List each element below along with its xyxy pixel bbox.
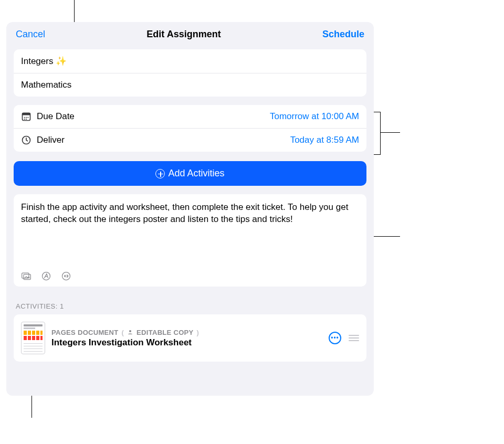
assignment-subject-text: Mathematics xyxy=(21,80,71,90)
assignment-title-field[interactable]: Integers ✨ xyxy=(14,49,366,73)
title-card: Integers ✨ Mathematics xyxy=(14,49,366,97)
activity-type-label: PAGES DOCUMENT xyxy=(51,329,118,336)
svg-point-10 xyxy=(43,272,50,280)
svg-point-12 xyxy=(129,330,131,332)
activity-meta-separator-close: ) xyxy=(197,329,200,336)
panel-title: Edit Assignment xyxy=(146,29,220,40)
deliver-row[interactable]: Deliver Today at 8:59 AM xyxy=(14,128,366,152)
due-date-value[interactable]: Tomorrow at 10:00 AM xyxy=(270,111,359,122)
activity-info: PAGES DOCUMENT ( EDITABLE COPY ) Integer… xyxy=(51,329,329,348)
activity-more-button[interactable]: ••• xyxy=(329,332,341,344)
svg-point-11 xyxy=(62,272,70,280)
activity-title: Integers Investigation Worksheet xyxy=(51,337,329,348)
edit-assignment-panel: Cancel Edit Assignment Schedule Integers… xyxy=(6,22,374,396)
svg-point-4 xyxy=(27,117,28,118)
due-date-label: Due Date xyxy=(37,111,75,122)
svg-point-6 xyxy=(26,119,27,120)
svg-point-3 xyxy=(26,117,27,118)
instructions-card[interactable]: Finish the app activity and worksheet, t… xyxy=(14,194,366,287)
assignment-subject-field[interactable]: Mathematics xyxy=(14,73,366,97)
add-activities-button[interactable]: Add Activities xyxy=(14,161,366,186)
plus-circle-icon xyxy=(155,169,165,178)
audio-icon[interactable] xyxy=(61,271,71,281)
add-activities-label: Add Activities xyxy=(168,168,224,179)
drag-handle-icon[interactable] xyxy=(349,335,359,341)
deliver-label: Deliver xyxy=(37,135,65,145)
activity-row[interactable]: PAGES DOCUMENT ( EDITABLE COPY ) Integer… xyxy=(14,314,366,362)
svg-rect-1 xyxy=(23,113,30,115)
person-icon xyxy=(127,329,133,335)
svg-point-5 xyxy=(24,119,25,120)
markup-icon[interactable] xyxy=(41,271,51,281)
panel-header: Cancel Edit Assignment Schedule xyxy=(6,22,374,45)
activity-meta-separator: ( xyxy=(121,329,124,336)
deliver-value[interactable]: Today at 8:59 AM xyxy=(290,135,359,145)
due-date-row[interactable]: Due Date Tomorrow at 10:00 AM xyxy=(14,105,366,128)
clock-icon xyxy=(21,135,32,145)
schedule-button[interactable]: Schedule xyxy=(322,29,364,40)
cancel-button[interactable]: Cancel xyxy=(16,29,45,40)
instructions-text: Finish the app activity and worksheet, t… xyxy=(21,202,359,261)
calendar-icon xyxy=(21,111,32,122)
svg-point-2 xyxy=(24,117,25,118)
activity-badge-label: EDITABLE COPY xyxy=(136,329,193,336)
dates-card: Due Date Tomorrow at 10:00 AM Deliver To… xyxy=(14,105,366,152)
instructions-toolbar xyxy=(21,261,359,281)
activity-thumbnail xyxy=(21,322,45,354)
activities-section-label: ACTIVITIES: 1 xyxy=(16,302,364,310)
photos-icon[interactable] xyxy=(21,271,32,281)
assignment-title-text: Integers ✨ xyxy=(21,56,67,67)
